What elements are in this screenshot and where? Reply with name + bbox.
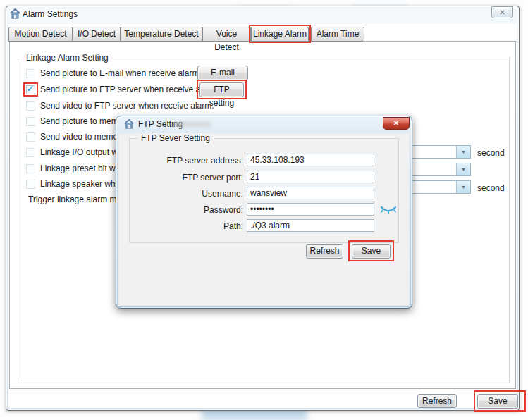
dialog-close-icon[interactable]: ✕ bbox=[383, 117, 410, 130]
ftp-address-input[interactable] bbox=[247, 154, 374, 166]
close-icon[interactable]: ✕ bbox=[491, 6, 513, 18]
ftp-port-input[interactable] bbox=[247, 171, 374, 183]
groupbox-title: Linkage Alarm Setting bbox=[23, 53, 112, 63]
tab-motion-detect[interactable]: Motion Detect bbox=[8, 27, 73, 42]
dialog-refresh-button[interactable]: Refresh bbox=[306, 244, 343, 259]
tab-temperature-detect[interactable]: Temperature Detect bbox=[121, 27, 202, 42]
checkbox-send-picture-memory[interactable] bbox=[26, 117, 35, 126]
screen: Alarm Settings ✕ Motion Detect I/O Detec… bbox=[0, 0, 528, 420]
username-input[interactable] bbox=[247, 187, 374, 199]
ftp-port-label: FTP server port: bbox=[145, 173, 243, 183]
checkbox-label: Send video to memor bbox=[40, 132, 121, 142]
annotation-box-ftp-setting-button bbox=[197, 80, 247, 99]
annotation-box-dialog-save-button bbox=[348, 240, 394, 261]
username-label: Username: bbox=[145, 189, 243, 199]
password-visibility-icon[interactable] bbox=[380, 206, 397, 215]
ftp-address-label: FTP server address: bbox=[145, 156, 243, 166]
checkbox-linkage-speaker[interactable] bbox=[26, 180, 35, 189]
checkbox-label: Send video to FTP server when receive al… bbox=[40, 101, 214, 111]
app-icon bbox=[10, 8, 20, 19]
checkbox-send-video-memory[interactable] bbox=[26, 132, 35, 142]
checkbox-linkage-io-output[interactable] bbox=[26, 148, 35, 157]
dialog-icon bbox=[124, 119, 134, 129]
checkbox-label: Linkage I/O output wh bbox=[40, 147, 123, 157]
annotation-box-ftp-checkbox bbox=[23, 82, 38, 97]
checkbox-label: Linkage preset bit whe bbox=[40, 163, 125, 173]
trigger-linkage-alarm-label: Trigger linkage alarm m bbox=[28, 194, 117, 204]
path-label: Path: bbox=[145, 221, 243, 231]
checkbox-label: Send picture to memo bbox=[40, 116, 123, 126]
footer-separator bbox=[6, 390, 519, 390]
footer-refresh-button[interactable]: Refresh bbox=[417, 394, 457, 408]
dialog-title-smudge bbox=[174, 121, 211, 128]
window-title: Alarm Settings bbox=[23, 9, 78, 19]
password-label: Password: bbox=[145, 205, 243, 215]
email-setting-button[interactable]: E-mail setting bbox=[197, 66, 248, 80]
ftp-groupbox-title: FTP Sever Setting bbox=[137, 133, 214, 143]
annotation-box-footer-save-button bbox=[474, 390, 526, 412]
password-input[interactable] bbox=[247, 203, 374, 216]
checkbox-linkage-preset-bit[interactable] bbox=[26, 164, 35, 173]
tab-io-detect[interactable]: I/O Detect bbox=[73, 27, 121, 42]
tab-voice-detect[interactable]: Voice Detect bbox=[202, 27, 251, 42]
checkbox-send-video-ftp[interactable] bbox=[26, 101, 35, 111]
checkbox-label: Send picture to FTP server when receive … bbox=[40, 85, 219, 94]
path-input[interactable] bbox=[247, 219, 374, 232]
checkbox-label: Send picture to E-mail when receive alar… bbox=[40, 68, 202, 78]
annotation-box-linkage-alarm-tab bbox=[249, 25, 311, 43]
checkbox-send-picture-email[interactable] bbox=[26, 69, 35, 78]
tab-alarm-time[interactable]: Alarm Time bbox=[311, 27, 364, 42]
checkbox-label: Linkage speaker when bbox=[40, 179, 125, 189]
